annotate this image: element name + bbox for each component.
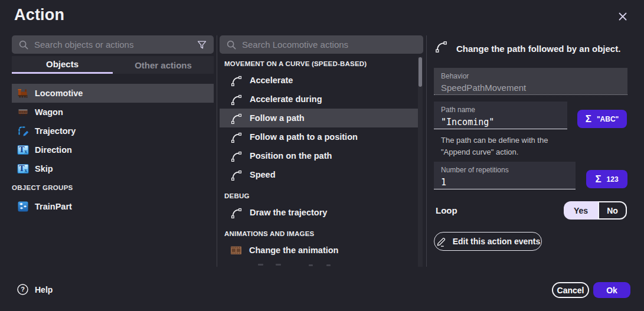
close-icon	[617, 11, 629, 22]
wagon-icon	[17, 106, 29, 118]
loop-yes-button[interactable]: Yes	[564, 201, 598, 220]
object-groups-header: OBJECT GROUPS	[12, 178, 214, 197]
path-name-label: Path name	[441, 106, 560, 114]
clipped-row-remnant	[276, 264, 281, 266]
curve-icon	[230, 169, 243, 181]
left-panel-tabs: Objects Other actions	[12, 56, 214, 74]
object-item-label: Trajectory	[35, 126, 76, 136]
object-item-label: Wagon	[35, 107, 63, 117]
repetitions-value: 1	[441, 177, 568, 188]
repetitions-label: Number of repetitions	[441, 166, 568, 174]
path-name-field[interactable]: Path name "Incoming"	[434, 102, 567, 129]
action-item-speed[interactable]: Speed	[220, 165, 419, 184]
curve-icon	[230, 93, 243, 106]
path-hint-text: The path can be define with the "Append …	[441, 135, 570, 158]
objects-search-box	[12, 35, 214, 54]
action-item-label: Follow a path	[250, 113, 305, 123]
action-detail-panel: Change the path followed by an object. B…	[434, 35, 630, 271]
behavior-label: Behavior	[441, 72, 620, 80]
pencil-icon	[436, 236, 447, 247]
object-item-wagon[interactable]: Wagon	[12, 103, 214, 122]
close-button[interactable]	[616, 9, 630, 24]
tab-objects-label: Objects	[46, 59, 79, 69]
tab-objects[interactable]: Objects	[12, 56, 113, 74]
actions-search-box	[220, 35, 423, 54]
behavior-field: Behavior SpeedPathMovement	[434, 68, 627, 95]
help-link[interactable]: ? Help	[17, 283, 53, 296]
object-item-label: Locomotive	[35, 89, 83, 98]
object-item-skip[interactable]: TxSkip	[12, 159, 214, 178]
panel-divider-right	[426, 35, 427, 267]
search-icon	[226, 40, 237, 50]
curve-icon	[230, 207, 243, 219]
object-list: LocomotiveWagonTrajectoryTxDirectionTxSk…	[12, 84, 214, 216]
action-item-label: Follow a path to a position	[250, 132, 358, 142]
action-item-follow-a-path[interactable]: Follow a path	[220, 109, 419, 127]
ok-button[interactable]: Ok	[593, 282, 630, 298]
object-item-direction[interactable]: TxDirection	[12, 140, 214, 159]
action-item-follow-a-path-to-a-position[interactable]: Follow a path to a position	[220, 127, 419, 146]
curve-icon	[230, 150, 243, 162]
animation-icon	[230, 245, 242, 256]
edit-action-events-button[interactable]: Edit this action events	[434, 232, 542, 251]
text-object-icon: Tx	[17, 144, 29, 156]
path-name-value: "Incoming"	[441, 117, 560, 127]
loop-no-button[interactable]: No	[598, 201, 627, 220]
action-item-label: Position on the path	[250, 151, 332, 161]
curve-icon	[230, 112, 243, 125]
tab-other-actions[interactable]: Other actions	[113, 56, 214, 74]
actions-scrollbar-track[interactable]	[418, 57, 423, 267]
object-group-icon	[17, 201, 29, 212]
filter-icon[interactable]	[197, 40, 207, 50]
cancel-button[interactable]: Cancel	[552, 282, 589, 298]
group-item-trainpart[interactable]: TrainPart	[12, 197, 214, 216]
object-item-label: Direction	[35, 145, 72, 155]
search-icon	[18, 40, 29, 50]
action-item-label: Accelerate	[250, 76, 293, 85]
trajectory-icon	[17, 125, 29, 137]
actions-scrollbar-thumb[interactable]	[419, 57, 422, 87]
sigma-icon: Σ	[586, 114, 591, 124]
action-item-draw-the-trajectory[interactable]: Draw the trajectory	[220, 203, 419, 222]
loop-toggle: Yes No	[564, 201, 627, 220]
action-item-label: Draw the trajectory	[250, 208, 327, 217]
loop-label: Loop	[436, 205, 457, 215]
object-item-label: Skip	[35, 164, 53, 173]
clipped-row-remnant	[326, 264, 331, 266]
locomotive-icon	[17, 87, 29, 99]
behavior-value: SpeedPathMovement	[441, 83, 620, 93]
group-item-label: TrainPart	[35, 202, 72, 211]
action-item-change-the-animation[interactable]: Change the animation	[220, 241, 419, 260]
string-expression-button[interactable]: Σ "ABC"	[577, 110, 627, 128]
number-expression-button[interactable]: Σ 123	[586, 170, 627, 188]
curve-icon	[230, 131, 243, 143]
action-item-accelerate-during[interactable]: Accelerate during	[220, 90, 419, 109]
number-expression-label: 123	[607, 175, 619, 184]
action-description: Change the path followed by an object.	[456, 44, 620, 54]
actions-search-input[interactable]	[242, 40, 417, 50]
action-item-label: Accelerate during	[250, 94, 322, 104]
curve-icon	[434, 40, 448, 53]
object-item-locomotive[interactable]: Locomotive	[12, 84, 214, 103]
tab-other-actions-label: Other actions	[135, 60, 192, 70]
panel-divider-left	[217, 35, 217, 267]
object-item-trajectory[interactable]: Trajectory	[12, 122, 214, 140]
sigma-icon: Σ	[595, 174, 601, 184]
action-item-position-on-the-path[interactable]: Position on the path	[220, 146, 419, 165]
page-title: Action	[14, 6, 64, 24]
action-section-header: MOVEMENT ON A CURVE (SPEED-BASED)	[220, 57, 419, 71]
objects-search-input[interactable]	[34, 40, 191, 50]
svg-text:?: ?	[21, 286, 25, 293]
repetitions-field[interactable]: Number of repetitions 1	[434, 162, 576, 189]
curve-icon	[230, 74, 243, 87]
actions-list: MOVEMENT ON A CURVE (SPEED-BASED)Acceler…	[220, 57, 419, 267]
clipped-row-remnant	[309, 264, 313, 266]
clipped-row-remnant	[258, 264, 263, 266]
action-item-label: Change the animation	[249, 245, 338, 255]
action-section-header: DEBUG	[220, 189, 419, 203]
action-item-accelerate[interactable]: Accelerate	[220, 71, 419, 90]
string-expression-label: "ABC"	[597, 115, 619, 123]
action-section-header: ANIMATIONS AND IMAGES	[220, 227, 419, 241]
text-object-icon: Tx	[17, 163, 29, 175]
edit-action-events-label: Edit this action events	[453, 237, 541, 246]
